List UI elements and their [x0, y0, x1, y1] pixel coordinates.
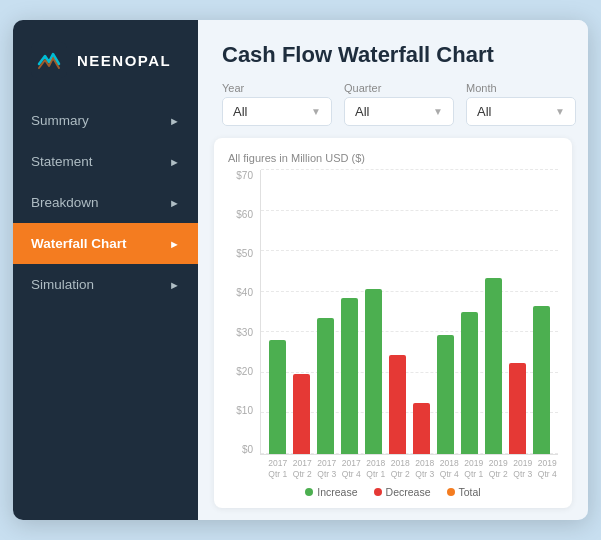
month-filter-select[interactable]: All ▼	[466, 97, 576, 126]
total-dot	[447, 488, 455, 496]
x-axis-label: 2019 Qtr 2	[488, 458, 510, 480]
decrease-dot	[374, 488, 382, 496]
app-container: NEENOPAL Summary ► Statement ► Breakdown…	[13, 20, 588, 520]
sidebar-item-label: Summary	[31, 113, 89, 128]
sidebar-item-statement[interactable]: Statement ►	[13, 141, 198, 182]
sidebar: NEENOPAL Summary ► Statement ► Breakdown…	[13, 20, 198, 520]
chevron-right-icon: ►	[169, 156, 180, 168]
chart-bar	[317, 318, 335, 454]
chart-card: All figures in Million USD ($) $70 $60 $…	[214, 138, 572, 508]
year-filter-value: All	[233, 104, 247, 119]
quarter-filter-select[interactable]: All ▼	[344, 97, 454, 126]
chevron-right-icon: ►	[169, 279, 180, 291]
y-axis: $70 $60 $50 $40 $30 $20 $10 $0	[228, 170, 260, 455]
month-filter-label: Month	[466, 82, 576, 94]
x-axis-label: 2017 Qtr 1	[267, 458, 289, 480]
chart-inner: $70 $60 $50 $40 $30 $20 $10 $0	[228, 170, 558, 455]
year-filter-select[interactable]: All ▼	[222, 97, 332, 126]
neenopal-logo-icon	[31, 42, 67, 78]
x-axis-label: 2017 Qtr 4	[341, 458, 363, 480]
sidebar-item-summary[interactable]: Summary ►	[13, 100, 198, 141]
y-label-0: $0	[242, 444, 253, 455]
bars-container	[261, 170, 558, 454]
sidebar-nav: Summary ► Statement ► Breakdown ► Waterf…	[13, 100, 198, 520]
year-dropdown-arrow: ▼	[311, 106, 321, 117]
month-filter-value: All	[477, 104, 491, 119]
legend-total: Total	[447, 486, 481, 498]
bar-group	[531, 170, 552, 454]
main-content: Cash Flow Waterfall Chart Year All ▼ Qua…	[198, 20, 588, 520]
sidebar-item-label: Statement	[31, 154, 93, 169]
bar-group	[387, 170, 408, 454]
legend-decrease-label: Decrease	[386, 486, 431, 498]
bar-group	[363, 170, 384, 454]
year-filter-label: Year	[222, 82, 332, 94]
chart-bar	[341, 298, 359, 454]
sidebar-item-breakdown[interactable]: Breakdown ►	[13, 182, 198, 223]
sidebar-logo: NEENOPAL	[13, 20, 198, 96]
month-dropdown-arrow: ▼	[555, 106, 565, 117]
chevron-right-icon: ►	[169, 197, 180, 209]
chart-subtitle: All figures in Million USD ($)	[228, 152, 558, 164]
legend-increase: Increase	[305, 486, 357, 498]
sidebar-item-simulation[interactable]: Simulation ►	[13, 264, 198, 305]
x-axis-label: 2019 Qtr 4	[537, 458, 559, 480]
chart-bar	[509, 363, 527, 454]
x-axis-label: 2018 Qtr 4	[439, 458, 461, 480]
chart-bar	[293, 374, 311, 453]
month-filter-group: Month All ▼	[466, 82, 576, 126]
bar-group	[267, 170, 288, 454]
chart-bar	[485, 278, 503, 454]
chart-area: $70 $60 $50 $40 $30 $20 $10 $0	[228, 170, 558, 498]
chart-bar	[365, 289, 383, 454]
chart-legend: Increase Decrease Total	[228, 486, 558, 498]
legend-total-label: Total	[459, 486, 481, 498]
chart-bar	[461, 312, 479, 454]
bar-group	[411, 170, 432, 454]
bar-group	[507, 170, 528, 454]
quarter-filter-value: All	[355, 104, 369, 119]
x-axis-label: 2018 Qtr 1	[365, 458, 387, 480]
chart-bar	[269, 340, 287, 454]
chevron-right-icon: ►	[169, 115, 180, 127]
x-axis-label: 2019 Qtr 1	[463, 458, 485, 480]
y-label-20: $20	[236, 366, 253, 377]
y-label-10: $10	[236, 405, 253, 416]
chart-bar	[437, 335, 455, 454]
logo-text: NEENOPAL	[77, 52, 171, 69]
bar-group	[291, 170, 312, 454]
chevron-right-icon: ►	[169, 238, 180, 250]
increase-dot	[305, 488, 313, 496]
bar-group	[339, 170, 360, 454]
x-axis-label: 2017 Qtr 3	[316, 458, 338, 480]
chart-bar	[389, 355, 407, 454]
bar-group	[459, 170, 480, 454]
x-axis-label: 2019 Qtr 3	[512, 458, 534, 480]
bar-group	[315, 170, 336, 454]
page-title: Cash Flow Waterfall Chart	[222, 42, 564, 68]
y-label-60: $60	[236, 209, 253, 220]
sidebar-item-label: Breakdown	[31, 195, 99, 210]
quarter-filter-label: Quarter	[344, 82, 454, 94]
y-label-50: $50	[236, 248, 253, 259]
y-label-70: $70	[236, 170, 253, 181]
y-label-30: $30	[236, 327, 253, 338]
x-axis-label: 2018 Qtr 2	[390, 458, 412, 480]
legend-decrease: Decrease	[374, 486, 431, 498]
main-header: Cash Flow Waterfall Chart Year All ▼ Qua…	[198, 20, 588, 138]
sidebar-item-waterfall[interactable]: Waterfall Chart ►	[13, 223, 198, 264]
app-background: NEENOPAL Summary ► Statement ► Breakdown…	[0, 0, 601, 540]
x-axis: 2017 Qtr 12017 Qtr 22017 Qtr 32017 Qtr 4…	[228, 458, 558, 480]
x-axis-label: 2017 Qtr 2	[292, 458, 314, 480]
bar-group	[483, 170, 504, 454]
quarter-dropdown-arrow: ▼	[433, 106, 443, 117]
x-axis-label: 2018 Qtr 3	[414, 458, 436, 480]
legend-increase-label: Increase	[317, 486, 357, 498]
year-filter-group: Year All ▼	[222, 82, 332, 126]
chart-bar	[413, 403, 431, 454]
chart-bar	[533, 306, 551, 454]
filters-row: Year All ▼ Quarter All ▼	[222, 82, 564, 126]
bar-group	[435, 170, 456, 454]
quarter-filter-group: Quarter All ▼	[344, 82, 454, 126]
sidebar-item-label: Waterfall Chart	[31, 236, 127, 251]
